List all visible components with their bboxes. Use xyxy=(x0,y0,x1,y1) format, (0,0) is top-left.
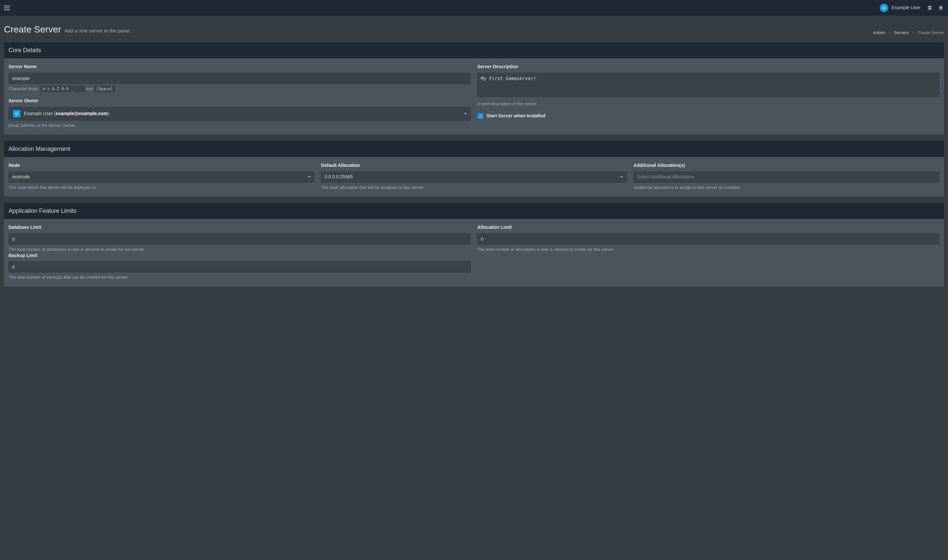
page-title-text: Create Server xyxy=(4,24,61,34)
breadcrumb-admin[interactable]: Admin xyxy=(873,30,885,35)
page-title: Create Server Add a new server to the pa… xyxy=(4,23,131,36)
start-on-install-label[interactable]: Start Server when Installed xyxy=(487,113,546,119)
backup-limit-help: The total number of backups that can be … xyxy=(9,274,471,280)
check-icon xyxy=(478,114,482,118)
page-header: Create Server Add a new server to the pa… xyxy=(4,23,944,36)
allocation-limit-input[interactable] xyxy=(477,234,939,245)
feature-limits-box: Application Feature Limits Database Limi… xyxy=(4,203,944,286)
owner-text: Example User (example@example.com) xyxy=(24,111,109,117)
top-navbar: Example User xyxy=(0,0,948,16)
breadcrumb-servers[interactable]: Servers xyxy=(894,30,909,35)
page-content: Create Server Add a new server to the pa… xyxy=(0,16,948,297)
exit-admin-button[interactable] xyxy=(927,5,932,11)
node-label: Node xyxy=(9,162,314,169)
breadcrumb-sep: > xyxy=(912,30,914,35)
node-help: The node which this server will be deplo… xyxy=(9,185,314,191)
backup-limit-label: Backup Limit xyxy=(9,252,471,259)
server-description-label: Server Description xyxy=(477,64,939,70)
server-owner-label: Server Owner xyxy=(9,98,471,104)
core-details-box: Core Details Server Name Character limit… xyxy=(4,42,944,134)
allocation-header: Allocation Management xyxy=(4,141,944,157)
user-avatar xyxy=(880,4,888,12)
core-details-header: Core Details xyxy=(4,42,944,58)
default-allocation-value: 0.0.0.0:25565 xyxy=(325,174,353,180)
backup-limit-input[interactable] xyxy=(9,261,471,272)
sidebar-toggle[interactable] xyxy=(4,6,10,10)
allocation-limit-help: The total number of allocations a user i… xyxy=(477,246,939,252)
server-name-label: Server Name xyxy=(9,64,471,70)
database-limit-label: Database Limit xyxy=(9,224,471,231)
database-limit-help: The total number of databases a user is … xyxy=(9,246,471,252)
power-icon xyxy=(14,111,19,116)
allocation-box: Allocation Management Node testnode The … xyxy=(4,141,944,196)
additional-allocations-select[interactable]: Select Additional Allocations xyxy=(634,171,939,183)
node-select[interactable]: testnode xyxy=(9,171,314,183)
default-allocation-help: The main allocation that will be assigne… xyxy=(321,185,627,191)
user-menu[interactable]: Example User xyxy=(880,4,920,12)
default-allocation-select[interactable]: 0.0.0.0:25565 xyxy=(321,171,627,183)
chevron-down-icon xyxy=(620,176,623,178)
chevron-down-icon xyxy=(308,176,311,178)
additional-allocations-help: Additional allocations to assign to this… xyxy=(634,185,939,191)
additional-allocations-placeholder: Select Additional Allocations xyxy=(637,174,694,180)
user-name: Example User xyxy=(892,5,920,11)
power-icon xyxy=(882,5,887,11)
server-icon xyxy=(927,5,932,11)
owner-avatar xyxy=(12,109,21,118)
logout-button[interactable] xyxy=(939,5,944,11)
server-name-input[interactable] xyxy=(9,73,471,84)
server-owner-help: Email address of the Server Owner. xyxy=(9,123,471,129)
chevron-down-icon xyxy=(464,113,467,114)
feature-limits-header: Application Feature Limits xyxy=(4,203,944,219)
server-name-help: Character limits: a-z A-Z 0-9 _ - . and … xyxy=(9,86,471,92)
node-select-value: testnode xyxy=(12,174,30,180)
start-on-install-checkbox[interactable] xyxy=(477,113,483,119)
page-subtitle: Add a new server to the panel. xyxy=(64,28,131,34)
breadcrumb: Admin > Servers > Create Server xyxy=(873,30,944,36)
breadcrumb-sep: > xyxy=(888,30,891,35)
sign-out-icon xyxy=(939,5,944,11)
allocation-limit-label: Allocation Limit xyxy=(477,224,939,231)
server-owner-select[interactable]: Example User (example@example.com) xyxy=(9,107,471,121)
server-description-input[interactable] xyxy=(477,73,939,97)
server-description-help: A brief description of this server. xyxy=(477,101,939,107)
additional-allocations-label: Additional Allocation(s) xyxy=(634,162,939,169)
database-limit-input[interactable] xyxy=(9,234,471,245)
breadcrumb-current: Create Server xyxy=(917,30,944,35)
default-allocation-label: Default Allocation xyxy=(321,162,627,169)
